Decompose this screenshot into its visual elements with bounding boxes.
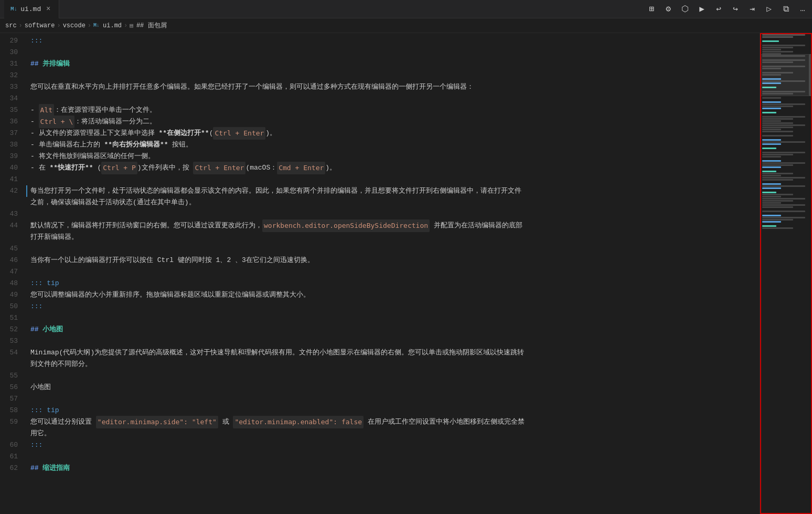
main-area: 29 30 31 32 33 34 35 36 37 38 39 40 41 4… — [0, 33, 812, 514]
line-row — [30, 243, 760, 255]
line-row: ::: — [30, 439, 760, 451]
back-icon[interactable]: ↩ — [713, 4, 724, 14]
title-bar-actions: ⊞ ⚙ ⬡ ▶ ↩ ↪ ⇥ ▷ ⧉ … — [646, 4, 808, 14]
line-row: ## 并排编辑 — [30, 58, 760, 70]
line-row: - Alt：在资源管理器中单击一个文件。 — [30, 104, 760, 116]
line-row — [30, 266, 760, 278]
breadcrumb-file[interactable]: ui.md — [103, 22, 122, 29]
line-row — [30, 70, 760, 81]
line-row: 小地图 — [30, 382, 760, 393]
line-row: 默认情况下，编辑器将打开到活动窗口的右侧。您可以通过设置更改此行为，workbe… — [30, 220, 760, 232]
extensions-icon[interactable]: ⬡ — [680, 4, 690, 14]
line-row — [30, 47, 760, 58]
line-row: 打开新编辑器。 — [30, 232, 760, 243]
line-row: ## 小地图 — [30, 324, 760, 335]
line-row: 用它。 — [30, 428, 760, 439]
line-row: - 从文件的资源管理器上下文菜单中选择 **在侧边打开**(Ctrl + Ent… — [30, 128, 760, 139]
line-numbers: 29 30 31 32 33 34 35 36 37 38 39 40 41 4… — [0, 33, 26, 514]
markdown-icon: M↓ — [10, 6, 17, 12]
line-row — [30, 451, 760, 463]
editor: 29 30 31 32 33 34 35 36 37 38 39 40 41 4… — [0, 33, 760, 514]
line-row: - Ctrl + \：将活动编辑器一分为二。 — [30, 116, 760, 128]
line-row: 之前，确保该编辑器处于活动状态(通过在其中单击)。 — [30, 197, 760, 208]
line-row: - 单击编辑器右上方的 **向右拆分编辑器** 按钮。 — [30, 139, 760, 151]
breadcrumb-heading-icon: ▤ — [130, 22, 133, 29]
code-lines: ::: ## 并排编辑 您可以在垂直和水平方向上并排打开任意多个编辑器。如果您已… — [26, 33, 760, 514]
line-row — [30, 393, 760, 405]
ui-md-tab[interactable]: M↓ ui.md × — [4, 0, 59, 18]
tab-close-button[interactable]: × — [44, 5, 52, 13]
line-row: 每当您打开另一个文件时，处于活动状态的编辑器都会显示该文件的内容。因此，如果您有… — [30, 185, 760, 197]
more-icon[interactable]: … — [797, 4, 808, 14]
line-row — [30, 208, 760, 220]
line-row: 您可以调整编辑器的大小并重新排序。拖放编辑器标题区域以重新定位编辑器或调整其大小… — [30, 289, 760, 301]
line-row: ## 缩进指南 — [30, 463, 760, 474]
line-row: 您可以在垂直和水平方向上并排打开任意多个编辑器。如果您已经打开了一个编辑器，则可… — [30, 81, 760, 93]
line-row — [30, 335, 760, 347]
line-row: 当你有一个以上的编辑器打开你可以按住 Ctrl 键的同时按 1、2 、3在它们之… — [30, 255, 760, 266]
breadcrumb-file-icon: M↓ — [93, 23, 100, 28]
breadcrumb: src › software › vscode › M↓ ui.md › ▤ #… — [0, 18, 812, 33]
run-icon[interactable]: ▶ — [697, 4, 707, 14]
line-row: ::: — [30, 35, 760, 47]
line-row: 到文件的不同部分。 — [30, 359, 760, 370]
line-row — [30, 370, 760, 382]
line-row: ::: tip — [30, 278, 760, 289]
breadcrumb-vscode[interactable]: vscode — [63, 22, 86, 29]
line-row — [30, 174, 760, 185]
forward-icon[interactable]: ↪ — [730, 4, 741, 14]
line-row: ::: — [30, 301, 760, 312]
line-row — [30, 312, 760, 324]
line-row: - 将文件拖放到编辑器区域的任何一侧。 — [30, 151, 760, 162]
minimap-viewport[interactable] — [760, 54, 812, 96]
minimap-scrollbar[interactable] — [809, 54, 812, 96]
line-row: - 在 **快速打开** (Ctrl + P)文件列表中，按 Ctrl + En… — [30, 162, 760, 174]
breadcrumb-section[interactable]: ## 面包屑 — [136, 21, 167, 30]
split-icon[interactable]: ⧉ — [781, 4, 791, 14]
breadcrumb-software[interactable]: software — [25, 22, 55, 29]
breadcrumb-src[interactable]: src — [5, 22, 17, 29]
line-row: ::: tip — [30, 405, 760, 416]
play-icon[interactable]: ▷ — [764, 4, 774, 14]
debug-icon[interactable]: ⚙ — [663, 4, 674, 14]
editor-content[interactable]: 29 30 31 32 33 34 35 36 37 38 39 40 41 4… — [0, 33, 760, 514]
layout-icon[interactable]: ⊞ — [646, 4, 657, 14]
line-row: 您可以通过分别设置 "editor.minimap.side": "left" … — [30, 416, 760, 428]
forward2-icon[interactable]: ⇥ — [747, 4, 757, 14]
tab-label: ui.md — [20, 5, 41, 13]
line-row — [30, 93, 760, 104]
line-row: Minimap(代码大纲)为您提供了源代码的高级概述，这对于快速导航和理解代码很… — [30, 347, 760, 359]
minimap[interactable] — [760, 33, 812, 514]
title-bar: M↓ ui.md × ⊞ ⚙ ⬡ ▶ ↩ ↪ ⇥ ▷ ⧉ … — [0, 0, 812, 18]
tab-bar: M↓ ui.md × — [4, 0, 59, 18]
